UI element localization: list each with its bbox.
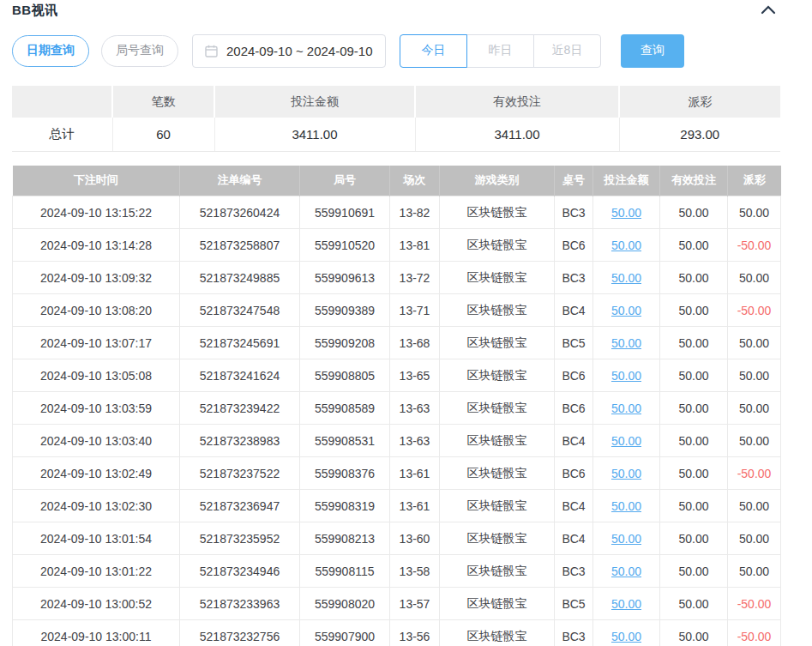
date-query-tab[interactable]: 日期查询 (12, 35, 89, 67)
cell-order-no: 521873245691 (180, 327, 300, 359)
summary-header-row: 笔数 投注金额 有效投注 派彩 (12, 86, 780, 118)
cell-session: 13-63 (390, 425, 440, 457)
cell-session: 13-65 (390, 359, 440, 392)
cell-bet-amount: 50.00 (593, 196, 660, 229)
today-button[interactable]: 今日 (400, 34, 467, 68)
cell-table-no: BC3 (555, 196, 593, 229)
search-button[interactable]: 查询 (621, 34, 684, 68)
table-row: 2024-09-10 13:15:22521873260424559910691… (13, 196, 781, 229)
cell-session: 13-72 (390, 262, 440, 294)
toolbar: 日期查询 局号查询 2024-09-10 ~ 2024-09-10 今日 昨日 … (12, 33, 800, 68)
bet-amount-link[interactable]: 50.00 (611, 336, 641, 350)
cell-session: 13-61 (390, 490, 440, 522)
cell-order-no: 521873258807 (180, 229, 300, 262)
bet-amount-link[interactable]: 50.00 (611, 597, 641, 611)
cell-bet-amount: 50.00 (593, 522, 660, 555)
cell-round-no: 559908376 (300, 457, 390, 490)
cell-session: 13-63 (390, 392, 440, 425)
table-row: 2024-09-10 13:03:40521873238983559908531… (13, 425, 781, 457)
cell-game-type: 区块链骰宝 (440, 294, 555, 327)
cell-round-no: 559910691 (300, 196, 390, 229)
cell-order-no: 521873235952 (180, 522, 300, 555)
cell-bet-time: 2024-09-10 13:03:40 (13, 425, 180, 457)
summary-table: 笔数 投注金额 有效投注 派彩 总计 60 3411.00 3411.00 29… (12, 86, 780, 152)
summary-header-payout: 派彩 (619, 86, 780, 118)
cell-payout: -50.00 (728, 588, 781, 620)
records-table: 下注时间 注单编号 局号 场次 游戏类别 桌号 投注金额 有效投注 派彩 202… (12, 166, 781, 646)
summary-total-label: 总计 (12, 118, 112, 151)
cell-round-no: 559908115 (300, 555, 390, 588)
cell-session: 13-58 (390, 555, 440, 588)
cell-game-type: 区块链骰宝 (440, 359, 555, 392)
records-header-row: 下注时间 注单编号 局号 场次 游戏类别 桌号 投注金额 有效投注 派彩 (13, 166, 781, 196)
cell-bet-time: 2024-09-10 13:02:49 (13, 457, 180, 490)
cell-valid-bet: 50.00 (660, 490, 728, 522)
table-row: 2024-09-10 13:00:11521873232756559907900… (13, 620, 781, 646)
cell-game-type: 区块链骰宝 (440, 425, 555, 457)
cell-bet-amount: 50.00 (593, 457, 660, 490)
cell-payout: 50.00 (728, 555, 781, 588)
bet-amount-link[interactable]: 50.00 (611, 271, 641, 285)
cell-valid-bet: 50.00 (660, 359, 728, 392)
chevron-up-icon (761, 4, 776, 17)
table-row: 2024-09-10 13:02:30521873236947559908319… (13, 490, 781, 522)
cell-order-no: 521873236947 (180, 490, 300, 522)
cell-round-no: 559908319 (300, 490, 390, 522)
cell-valid-bet: 50.00 (660, 620, 728, 646)
cell-table-no: BC5 (555, 588, 593, 620)
cell-table-no: BC4 (555, 490, 593, 522)
bet-amount-link[interactable]: 50.00 (611, 499, 641, 513)
cell-game-type: 区块链骰宝 (440, 229, 555, 262)
cell-bet-time: 2024-09-10 13:00:52 (13, 588, 180, 620)
cell-session: 13-81 (390, 229, 440, 262)
cell-bet-amount: 50.00 (593, 425, 660, 457)
cell-order-no: 521873239422 (180, 392, 300, 425)
cell-bet-amount: 50.00 (593, 392, 660, 425)
summary-header-bet-amount: 投注金额 (214, 86, 415, 118)
round-query-tab[interactable]: 局号查询 (101, 35, 178, 67)
date-range-input[interactable]: 2024-09-10 ~ 2024-09-10 (192, 34, 386, 68)
cell-session: 13-71 (390, 294, 440, 327)
topbar: BB视讯 (12, 0, 800, 21)
cell-game-type: 区块链骰宝 (440, 392, 555, 425)
yesterday-button[interactable]: 昨日 (466, 34, 534, 68)
cell-valid-bet: 50.00 (660, 327, 728, 359)
bet-amount-link[interactable]: 50.00 (611, 369, 641, 383)
cell-valid-bet: 50.00 (660, 262, 728, 294)
bet-amount-link[interactable]: 50.00 (611, 238, 641, 252)
bet-amount-link[interactable]: 50.00 (611, 304, 641, 317)
cell-round-no: 559907900 (300, 620, 390, 646)
cell-table-no: BC6 (555, 392, 593, 425)
cell-payout: 50.00 (728, 392, 781, 425)
collapse-button[interactable] (755, 3, 781, 19)
cell-payout: 50.00 (728, 490, 781, 522)
bet-amount-link[interactable]: 50.00 (611, 401, 641, 415)
bet-amount-link[interactable]: 50.00 (611, 434, 641, 448)
cell-bet-amount: 50.00 (593, 262, 660, 294)
bet-amount-link[interactable]: 50.00 (611, 532, 641, 546)
cell-valid-bet: 50.00 (660, 392, 728, 425)
bet-amount-link[interactable]: 50.00 (611, 564, 641, 578)
bet-amount-link[interactable]: 50.00 (611, 467, 641, 480)
cell-order-no: 521873241624 (180, 359, 300, 392)
table-row: 2024-09-10 13:03:59521873239422559908589… (13, 392, 781, 425)
cell-bet-amount: 50.00 (593, 620, 660, 646)
cell-round-no: 559909389 (300, 294, 390, 327)
cell-valid-bet: 50.00 (660, 229, 728, 262)
col-header-table-no: 桌号 (555, 166, 593, 196)
last8days-button[interactable]: 近8日 (533, 34, 601, 68)
cell-round-no: 559908589 (300, 392, 390, 425)
bet-amount-link[interactable]: 50.00 (611, 630, 641, 643)
cell-bet-time: 2024-09-10 13:01:54 (13, 522, 180, 555)
cell-order-no: 521873233963 (180, 588, 300, 620)
col-header-session: 场次 (390, 166, 440, 196)
col-header-bet-time: 下注时间 (13, 166, 180, 196)
cell-bet-time: 2024-09-10 13:03:59 (13, 392, 180, 425)
table-row: 2024-09-10 13:08:20521873247548559909389… (13, 294, 781, 327)
cell-bet-time: 2024-09-10 13:09:32 (13, 262, 180, 294)
cell-bet-time: 2024-09-10 13:02:30 (13, 490, 180, 522)
summary-total-row: 总计 60 3411.00 3411.00 293.00 (12, 118, 780, 151)
bet-amount-link[interactable]: 50.00 (611, 206, 641, 220)
cell-bet-time: 2024-09-10 13:14:28 (13, 229, 180, 262)
page: BB视讯 日期查询 局号查询 2024-09-10 ~ 2024-09-10 今… (0, 0, 812, 646)
